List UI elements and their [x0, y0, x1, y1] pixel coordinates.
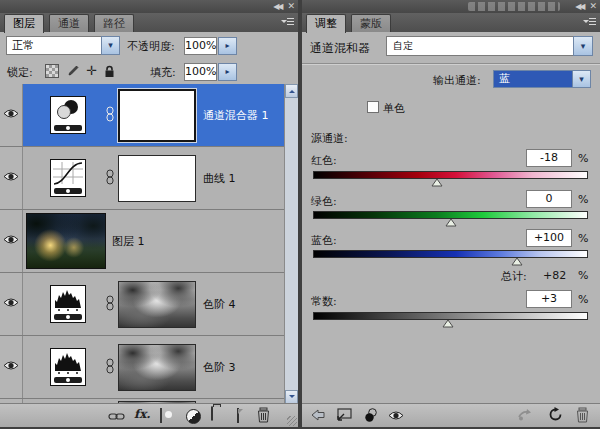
collapse-panel-icon[interactable]: ◀◀ [575, 2, 583, 11]
link-layers-icon[interactable] [108, 411, 125, 424]
preset-chevron-icon[interactable]: ▾ [573, 36, 593, 56]
red-slider-thumb[interactable] [431, 177, 443, 190]
adjustments-bottom-toolbar [302, 403, 600, 427]
view-previous-state-icon[interactable] [517, 408, 533, 425]
fill-spinner-icon[interactable]: ▸ [218, 63, 237, 81]
collapse-panel-icon[interactable]: ◀◀ [273, 2, 281, 11]
visibility-eye-icon[interactable] [3, 297, 19, 311]
constant-slider-label: 常数: [311, 294, 337, 309]
monochrome-label: 单色 [383, 101, 405, 116]
layer-row-layer-1[interactable]: 图层 1 [0, 210, 284, 273]
opacity-input[interactable]: 100% [184, 37, 217, 55]
resize-grip-icon[interactable] [287, 416, 297, 426]
watermark [468, 2, 560, 11]
total-unit-label: % [578, 269, 588, 282]
layer-name[interactable]: 曲线 1 [203, 171, 236, 186]
opacity-label: 不透明度: [127, 39, 175, 54]
adjustments-tabrow: 调整 蒙版 [302, 13, 600, 32]
constant-unit-label: % [578, 293, 588, 306]
green-value-input[interactable]: 0 [526, 190, 572, 208]
image-layer-thumbnail[interactable] [26, 213, 106, 269]
layers-bottom-toolbar: fx. [0, 403, 298, 427]
lock-position-icon[interactable]: ✛ [86, 65, 97, 77]
curves-thumbnail[interactable] [50, 159, 86, 197]
constant-value-input[interactable]: +3 [526, 290, 572, 308]
total-label: 总计: [501, 269, 527, 284]
close-panel-icon[interactable]: ✕ [287, 1, 295, 11]
close-panel-icon[interactable]: ✕ [589, 1, 597, 11]
layer-mask-thumbnail[interactable] [118, 344, 196, 391]
layer-mask-thumbnail[interactable] [118, 281, 196, 328]
add-layer-mask-icon[interactable] [160, 408, 162, 423]
lock-pixels-brush-icon[interactable] [66, 65, 79, 78]
layer-name[interactable]: 图层 1 [112, 234, 145, 249]
tab-paths[interactable]: 路径 [94, 14, 134, 32]
fill-label: 填充: [150, 65, 176, 80]
reset-adjustment-icon[interactable] [548, 407, 563, 425]
layer-row-channel-mixer-1[interactable]: 通道混合器 1 [0, 84, 284, 147]
layers-panel: ◀◀ ✕ 图层 通道 路径 正常 ▾ 不透明度: 100% ▸ 锁定: ✛ 填充… [0, 0, 298, 427]
layer-row-curves-1[interactable]: 曲线 1 [0, 147, 284, 210]
blue-slider-thumb[interactable] [511, 256, 523, 269]
lock-all-icon[interactable] [104, 65, 115, 78]
tab-masks[interactable]: 蒙版 [351, 14, 391, 32]
layer-mask-link-icon[interactable] [106, 295, 114, 314]
layer-name[interactable]: 色阶 4 [203, 297, 236, 312]
blend-mode-chevron-icon[interactable]: ▾ [101, 36, 120, 55]
delete-layer-icon[interactable] [257, 407, 270, 426]
opacity-spinner-icon[interactable]: ▸ [218, 37, 237, 55]
red-unit-label: % [578, 152, 588, 165]
toggle-visibility-eye-icon[interactable] [388, 410, 404, 424]
switch-panel-view-icon[interactable] [335, 408, 353, 425]
layer-row-levels-4[interactable]: 色阶 4 [0, 273, 284, 336]
output-channel-label: 输出通道: [433, 73, 481, 88]
blue-value-input[interactable]: +100 [526, 229, 572, 247]
blue-unit-label: % [578, 232, 588, 245]
adjustment-title: 通道混和器 [310, 40, 370, 57]
constant-slider-thumb[interactable] [442, 318, 454, 331]
clip-to-layer-icon[interactable] [364, 408, 378, 426]
source-channels-label: 源通道: [311, 131, 348, 146]
new-layer-icon[interactable] [237, 408, 239, 423]
layer-name[interactable]: 色阶 3 [203, 360, 236, 375]
adjustments-panel-titlebar: ◀◀ ✕ [302, 0, 600, 13]
visibility-eye-icon[interactable] [3, 234, 19, 248]
layer-style-fx-icon[interactable]: fx. [134, 407, 151, 421]
new-group-icon[interactable] [211, 406, 213, 421]
panel-menu-icon[interactable] [583, 18, 596, 27]
tab-layers[interactable]: 图层 [4, 14, 44, 33]
green-slider-label: 绿色: [311, 194, 337, 209]
back-to-adjustment-list-icon[interactable] [310, 408, 326, 425]
layer-mask-link-icon[interactable] [106, 358, 114, 377]
levels-thumbnail[interactable] [50, 285, 86, 323]
output-channel-chevron-icon[interactable]: ▾ [572, 70, 591, 88]
levels-thumbnail[interactable] [50, 348, 86, 386]
green-slider-thumb[interactable] [445, 217, 457, 230]
layer-row-levels-3[interactable]: 色阶 3 [0, 336, 284, 399]
monochrome-checkbox[interactable] [367, 101, 379, 113]
channel-mixer-thumbnail[interactable] [50, 96, 86, 134]
fill-input[interactable]: 100% [184, 63, 217, 81]
panel-menu-icon[interactable] [281, 18, 294, 27]
layer-mask-thumbnail[interactable] [118, 155, 196, 202]
lock-transparency-icon[interactable] [45, 64, 59, 78]
layer-mask-thumbnail[interactable] [118, 89, 196, 142]
new-adjustment-layer-icon[interactable] [186, 409, 201, 424]
output-channel-select[interactable]: 蓝 [493, 70, 573, 88]
blend-mode-select[interactable]: 正常 [6, 36, 102, 55]
red-value-input[interactable]: -18 [526, 149, 572, 167]
visibility-eye-icon[interactable] [3, 360, 19, 374]
visibility-eye-icon[interactable] [3, 108, 19, 122]
tab-channels[interactable]: 通道 [49, 14, 89, 32]
layers-scrollbar[interactable] [284, 84, 298, 404]
red-slider-label: 红色: [311, 153, 337, 168]
tab-adjustments[interactable]: 调整 [306, 14, 346, 33]
visibility-eye-icon[interactable] [3, 171, 19, 185]
layer-mask-link-icon[interactable] [106, 106, 114, 125]
delete-adjustment-icon[interactable] [576, 407, 589, 426]
layer-mask-link-icon[interactable] [106, 169, 114, 188]
scroll-up-icon[interactable] [285, 84, 298, 98]
scroll-down-icon[interactable] [285, 390, 298, 404]
preset-select[interactable]: 自定 [386, 36, 574, 56]
layer-name[interactable]: 通道混合器 1 [203, 108, 269, 123]
